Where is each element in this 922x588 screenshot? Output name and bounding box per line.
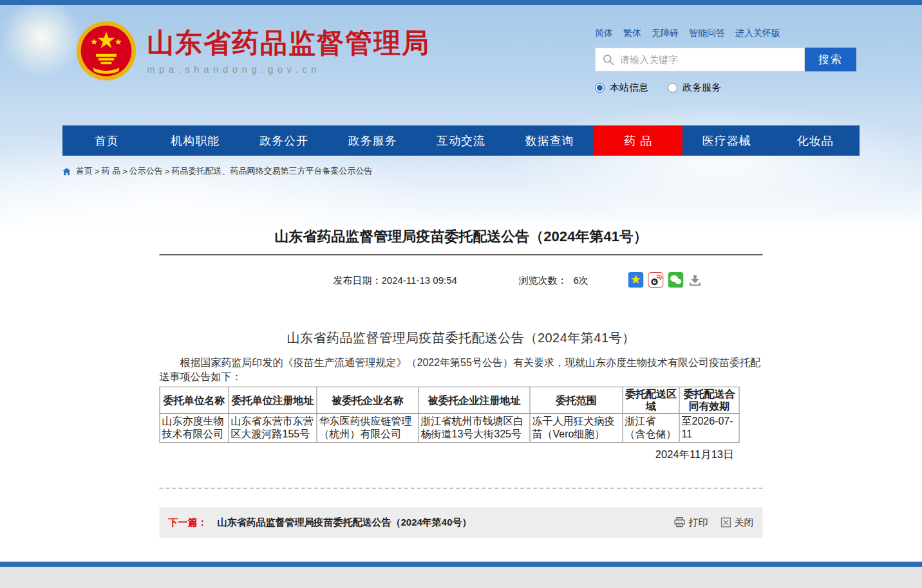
nav-item-4[interactable]: 互动交流 bbox=[417, 125, 505, 156]
search-box bbox=[595, 48, 805, 71]
col-header-scope: 委托范围 bbox=[530, 387, 623, 414]
wechat-icon[interactable] bbox=[668, 272, 684, 288]
col-header-entrusting-address: 委托单位注册地址 bbox=[229, 387, 317, 414]
nav-item-2[interactable]: 政务公开 bbox=[240, 125, 328, 156]
weibo-icon[interactable] bbox=[648, 272, 664, 288]
cell-scope: 冻干人用狂犬病疫苗（Vero细胞） bbox=[530, 414, 623, 443]
cell-entrusted-name: 华东医药供应链管理（杭州）有限公司 bbox=[317, 414, 419, 443]
search-button[interactable]: 搜索 bbox=[805, 48, 856, 71]
link-traditional-chinese[interactable]: 繁体 bbox=[623, 28, 641, 39]
nav-item-3[interactable]: 政务服务 bbox=[328, 125, 417, 156]
breadcrumb-drugs[interactable]: 药 品 bbox=[102, 165, 121, 177]
site-url: mpa.shandong.gov.cn bbox=[147, 64, 430, 75]
home-icon bbox=[62, 167, 71, 176]
nav-item-1[interactable]: 机构职能 bbox=[151, 125, 240, 156]
footer-blue-strip bbox=[0, 562, 922, 567]
col-header-entrusting-name: 委托单位名称 bbox=[160, 387, 229, 414]
link-care-mode[interactable]: 进入关怀版 bbox=[735, 28, 780, 39]
cell-validity: 至2026-07-11 bbox=[679, 414, 739, 443]
site-title: 山东省药品监督管理局 bbox=[147, 28, 430, 58]
cell-entrusted-address: 浙江省杭州市钱塘区白杨街道13号大街325号 bbox=[419, 414, 530, 443]
link-accessibility[interactable]: 无障碍 bbox=[652, 28, 679, 39]
close-button[interactable]: 关闭 bbox=[721, 517, 754, 529]
article-meta: 发布日期：2024-11-13 09:54 浏览次数：6次 bbox=[160, 272, 763, 289]
utility-links: 简体 繁体 无障碍 智能问答 进入关怀版 bbox=[595, 28, 856, 39]
cell-entrusting-address: 山东省东营市东营区大渡河路155号 bbox=[229, 414, 317, 443]
radio-icon bbox=[668, 83, 677, 93]
page-footer bbox=[0, 562, 922, 588]
breadcrumb-notices[interactable]: 公示公告 bbox=[129, 165, 163, 177]
print-button[interactable]: 打印 bbox=[674, 517, 708, 529]
qzone-icon[interactable] bbox=[628, 272, 644, 288]
top-decorative-strip bbox=[0, 0, 922, 5]
breadcrumb-home[interactable]: 首页 bbox=[76, 165, 93, 177]
print-label: 打印 bbox=[689, 517, 708, 529]
nav-item-6[interactable]: 药 品 bbox=[594, 125, 682, 156]
national-emblem-icon bbox=[76, 21, 136, 81]
nav-item-5[interactable]: 数据查询 bbox=[505, 125, 594, 156]
col-header-entrusted-address: 被委托企业注册地址 bbox=[419, 387, 530, 414]
breadcrumb-separator: > bbox=[165, 167, 170, 176]
col-header-region: 委托配送区域 bbox=[623, 387, 679, 414]
next-article-label: 下一篇： bbox=[169, 517, 207, 529]
table-row: 山东亦度生物技术有限公司 山东省东营市东营区大渡河路155号 华东医药供应链管理… bbox=[160, 414, 739, 443]
table-header-row: 委托单位名称 委托单位注册地址 被委托企业名称 被委托企业注册地址 委托范围 委… bbox=[160, 387, 739, 414]
article-paragraph: 根据国家药监局印发的《疫苗生产流通管理规定》（2022年第55号公告）有关要求，… bbox=[160, 356, 763, 384]
next-article-link[interactable]: 山东省药品监督管理局疫苗委托配送公告（2024年第40号） bbox=[218, 517, 472, 529]
breadcrumb-separator: > bbox=[122, 167, 127, 176]
link-smart-qa[interactable]: 智能问答 bbox=[689, 28, 725, 39]
page-title: 山东省药品监督管理局疫苗委托配送公告（2024年第41号） bbox=[160, 227, 763, 246]
search-scope-options: 本站信息 政务服务 bbox=[595, 82, 856, 94]
delegation-table: 委托单位名称 委托单位注册地址 被委托企业名称 被委托企业注册地址 委托范围 委… bbox=[160, 387, 740, 443]
close-icon bbox=[721, 517, 731, 528]
radio-option-0[interactable]: 本站信息 bbox=[595, 82, 648, 94]
printer-icon bbox=[674, 517, 686, 528]
prev-next-bar: 下一篇： 山东省药品监督管理局疫苗委托配送公告（2024年第40号） 打印 关闭 bbox=[160, 507, 763, 538]
publish-date-value: 2024-11-13 09:54 bbox=[382, 275, 457, 286]
cell-region: 浙江省 （含仓储） bbox=[623, 414, 679, 443]
col-header-validity: 委托配送合同有效期 bbox=[679, 387, 739, 414]
radio-label-site-info: 本站信息 bbox=[610, 82, 648, 94]
nav-item-7[interactable]: 医疗器械 bbox=[682, 125, 771, 156]
breadcrumb: 首页 > 药 品 > 公示公告 > 药品委托配送、药品网络交易第三方平台备案公示… bbox=[62, 165, 372, 177]
download-icon[interactable] bbox=[688, 272, 702, 288]
radio-option-1[interactable]: 政务服务 bbox=[668, 82, 721, 94]
site-logo[interactable]: 山东省药品监督管理局 mpa.shandong.gov.cn bbox=[76, 21, 430, 81]
radio-label-gov-services: 政务服务 bbox=[682, 82, 721, 94]
search-input[interactable] bbox=[620, 54, 798, 65]
radio-icon bbox=[595, 83, 605, 93]
dashed-divider bbox=[160, 488, 763, 489]
article-heading: 山东省药品监督管理局疫苗委托配送公告（2024年第41号） bbox=[160, 329, 763, 347]
col-header-entrusted-name: 被委托企业名称 bbox=[317, 387, 419, 414]
nav-item-0[interactable]: 首页 bbox=[62, 125, 151, 156]
views-label: 浏览次数： bbox=[519, 275, 567, 286]
signature-date: 2024年11月13日 bbox=[160, 448, 763, 462]
views-value: 6次 bbox=[574, 275, 588, 286]
nav-item-8[interactable]: 化妆品 bbox=[771, 125, 860, 156]
main-navigation: 首页 机构职能 政务公开 政务服务 互动交流 数据查询 药 品 医疗器械 化妆品 bbox=[62, 125, 860, 156]
publish-date-label: 发布日期： bbox=[334, 275, 382, 286]
footer-gray-area bbox=[0, 567, 922, 588]
title-divider bbox=[160, 254, 763, 255]
breadcrumb-separator: > bbox=[95, 167, 100, 176]
article-container: 山东省药品监督管理局疫苗委托配送公告（2024年第41号） 发布日期：2024-… bbox=[160, 182, 763, 538]
search-icon bbox=[602, 53, 615, 66]
close-label: 关闭 bbox=[735, 517, 754, 529]
share-toolbar bbox=[628, 272, 702, 288]
link-simplified-chinese[interactable]: 简体 bbox=[595, 28, 613, 39]
breadcrumb-current[interactable]: 药品委托配送、药品网络交易第三方平台备案公示公告 bbox=[171, 165, 372, 177]
site-header: 山东省药品监督管理局 mpa.shandong.gov.cn 简体 繁体 无障碍… bbox=[0, 5, 922, 122]
cell-entrusting-name: 山东亦度生物技术有限公司 bbox=[160, 414, 229, 443]
